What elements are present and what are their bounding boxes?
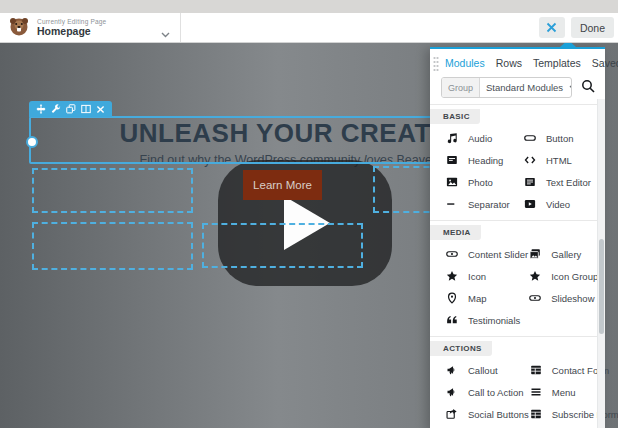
module-label: Heading (468, 155, 503, 166)
window-top-strip (0, 0, 618, 13)
close-icon[interactable] (93, 101, 108, 117)
close-builder-button[interactable] (539, 17, 565, 38)
builder-topbar: Currently Editing Page Homepage Done (0, 13, 618, 43)
module-item-audio[interactable]: Audio (445, 127, 523, 149)
module-label: Button (546, 133, 573, 144)
module-label: Photo (468, 177, 493, 188)
megaphone-icon (445, 386, 459, 398)
module-item-html[interactable]: HTML (523, 149, 601, 171)
module-label: Text Editor (546, 177, 591, 188)
code-icon (523, 154, 537, 166)
megaphone-icon (445, 364, 459, 376)
module-label: Content Slider (468, 249, 528, 260)
column-drop-zone[interactable] (32, 222, 193, 270)
music-note-icon (445, 132, 459, 144)
module-item-text-editor[interactable]: Text Editor (523, 171, 601, 193)
section-media: MEDIAContent SliderGalleryIconIcon Group… (430, 220, 605, 336)
module-item-social-buttons[interactable]: Social Buttons (445, 403, 529, 425)
gallery-icon (528, 248, 542, 260)
duplicate-icon[interactable] (63, 101, 78, 117)
tab-templates[interactable]: Templates (533, 57, 581, 69)
panel-drag-handle-icon[interactable] (433, 56, 439, 72)
module-label: Call to Action (468, 387, 523, 398)
module-label: Social Buttons (468, 409, 529, 420)
module-item-call-to-action[interactable]: Call to Action (445, 381, 529, 403)
module-item-button[interactable]: Button (523, 127, 601, 149)
module-toolbar (29, 101, 112, 117)
column-drop-zone[interactable] (32, 168, 193, 213)
page-switcher-dropdown[interactable]: Currently Editing Page Homepage (0, 13, 181, 42)
module-label: Map (468, 293, 486, 304)
module-group-row: Group Standard Modules (430, 76, 605, 104)
form-icon (529, 364, 543, 376)
module-item-photo[interactable]: Photo (445, 171, 523, 193)
tab-rows[interactable]: Rows (496, 57, 522, 69)
hamburger-icon (529, 386, 543, 398)
button-icon (523, 132, 537, 144)
module-item-testimonials[interactable]: Testimonials (445, 309, 528, 331)
module-grid: CalloutContact FormCall to ActionMenuSoc… (430, 356, 605, 428)
search-icon (581, 79, 595, 97)
panel-tabs: ModulesRowsTemplatesSaved (430, 49, 605, 76)
page-name: Homepage (37, 26, 106, 38)
module-item-map[interactable]: Map (445, 287, 528, 309)
module-label: Video (546, 199, 570, 210)
editing-label: Currently Editing Page (37, 18, 106, 25)
module-item-callout[interactable]: Callout (445, 359, 529, 381)
video-icon (523, 198, 537, 210)
slider-icon (528, 292, 542, 304)
module-grid: AudioButtonHeadingHTMLPhotoText EditorSe… (430, 124, 605, 220)
content-panel: ModulesRowsTemplatesSaved Group Standard… (430, 47, 605, 428)
share-icon (445, 408, 459, 420)
section-title: BASIC (430, 109, 480, 124)
learn-more-button[interactable]: Learn More (243, 170, 322, 200)
tab-modules[interactable]: Modules (445, 57, 485, 69)
group-select-value: Standard Modules (480, 78, 569, 97)
module-label: Slideshow (551, 293, 594, 304)
photo-icon (445, 176, 459, 188)
module-label: Menu (552, 387, 576, 398)
panel-scrollbar-thumb[interactable] (599, 239, 604, 334)
module-label: Icon Group (551, 271, 598, 282)
page-switcher-text: Currently Editing Page Homepage (37, 18, 106, 38)
module-grid: Content SliderGalleryIconIcon GroupMapSl… (430, 240, 605, 336)
module-item-separator[interactable]: Separator (445, 193, 523, 215)
module-item-icon[interactable]: Icon (445, 265, 528, 287)
column-drop-zone[interactable] (202, 223, 363, 268)
text-editor-icon (523, 176, 537, 188)
resize-handle[interactable] (26, 136, 38, 148)
section-title: ACTIONS (430, 341, 492, 356)
module-label: Separator (468, 199, 510, 210)
module-sections: BASICAudioButtonHeadingHTMLPhotoText Edi… (430, 104, 605, 428)
separator-icon (445, 198, 459, 210)
module-item-gallery[interactable]: Gallery (528, 243, 601, 265)
group-select-label: Group (442, 78, 480, 97)
module-item-heading[interactable]: Heading (445, 149, 523, 171)
heading-icon (445, 154, 459, 166)
group-select[interactable]: Group Standard Modules (441, 77, 572, 98)
chevron-down-icon (161, 24, 170, 42)
section-basic: BASICAudioButtonHeadingHTMLPhotoText Edi… (430, 104, 605, 220)
columns-icon[interactable] (78, 101, 93, 117)
module-item-content-slider[interactable]: Content Slider (445, 243, 528, 265)
module-item-video[interactable]: Video (523, 193, 601, 215)
move-icon[interactable] (33, 101, 48, 117)
module-item-slideshow[interactable]: Slideshow (528, 287, 601, 309)
module-label: HTML (546, 155, 572, 166)
close-x-icon (546, 19, 557, 37)
beaver-builder-editor: UNLEASH YOUR CREATIVITY Find out why the… (0, 0, 618, 428)
tab-saved[interactable]: Saved (592, 57, 618, 69)
topbar-actions: Done (539, 17, 614, 38)
module-item-icon-group[interactable]: Icon Group (528, 265, 601, 287)
map-pin-icon (445, 292, 459, 304)
form-icon (529, 408, 543, 420)
done-button[interactable]: Done (571, 17, 614, 38)
chevron-down-icon (569, 78, 572, 97)
section-title: MEDIA (430, 225, 481, 240)
module-label: Audio (468, 133, 492, 144)
quote-icon (445, 314, 459, 326)
panel-scrollbar-track[interactable] (597, 99, 605, 428)
search-button[interactable] (579, 78, 597, 97)
star-icon (528, 270, 542, 282)
wrench-icon[interactable] (48, 101, 63, 117)
